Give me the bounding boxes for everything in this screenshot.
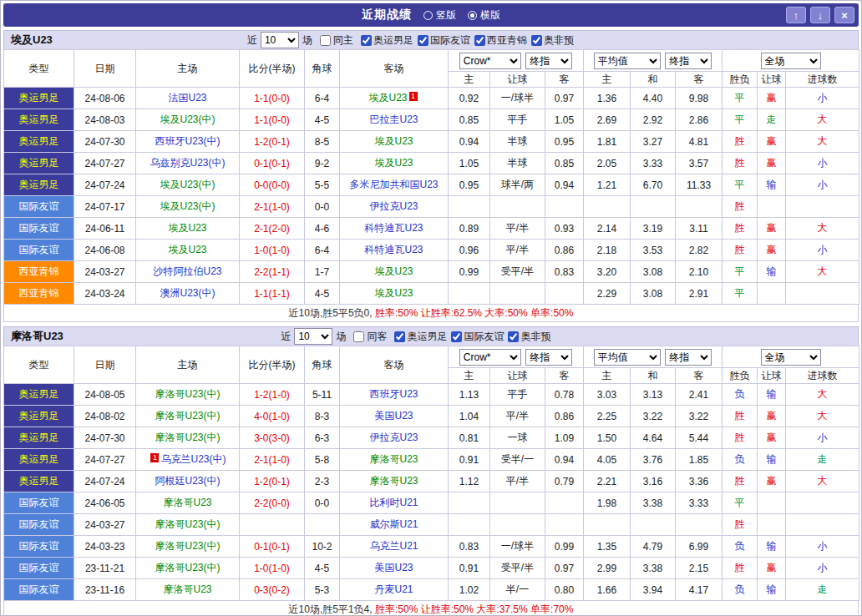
league-filter-checkbox-input[interactable] [418,35,428,46]
layout-vertical-radio[interactable]: 竖版 [423,8,456,23]
league-type-cell: 奥运男足 [4,88,74,109]
league-filter-checkbox[interactable]: 奥非预 [508,330,550,344]
away-team-cell: 巴拉圭U23 [340,109,449,131]
home-team-cell: 摩洛哥U23(中) [136,427,240,449]
corner-cell: 6-4 [305,240,340,261]
home-team-cell: 摩洛哥U23(中) [136,558,240,579]
league-type-cell: 奥运男足 [4,427,74,449]
odds-home-cell: 0.95 [449,174,490,196]
avg-index-select[interactable]: 终指 [665,349,712,366]
move-down-button[interactable]: ↓ [810,7,830,23]
rank-badge: 1 [409,92,418,101]
same-venue-checkbox[interactable]: 同主 [320,33,354,48]
corner-cell: 4-5 [305,109,340,131]
league-filter-checkbox[interactable]: 国际友谊 [451,330,504,344]
handicap-result-cell: 输 [758,579,786,601]
odds-home-cell: 0.83 [449,536,490,558]
avg-home-cell: 1.98 [584,492,631,514]
odds-away-cell: 0.86 [545,406,584,427]
league-filter-checkbox-input[interactable] [474,35,485,46]
col-score: 比分(半场) [240,346,305,384]
score-cell: 2-1(1-0) [240,449,305,471]
titlebar: 近期战绩 竖版 横版 ↑ ↓ × [3,3,859,27]
fulltime-select[interactable]: 全场 [761,53,821,69]
league-filter-checkbox-input[interactable] [451,331,462,342]
avg-draw-cell: 3.08 [631,261,676,283]
league-filter-checkbox[interactable]: 奥运男足 [394,330,447,344]
avg-away-cell: 2.15 [676,558,723,579]
avg-draw-cell: 4.79 [631,536,676,558]
goals-result-cell: 大 [786,471,859,492]
league-filter-checkbox[interactable]: 奥非预 [531,33,574,48]
league-filter-label: 奥非预 [520,330,550,344]
move-up-button[interactable]: ↑ [786,7,806,23]
avg-home-cell: 2.29 [584,283,631,305]
recent-count-select[interactable]: 10 [294,328,332,345]
goals-result-cell: 小 [786,88,859,109]
date-cell: 24-03-23 [74,536,136,558]
avg-home-cell: 3.20 [584,261,631,283]
match-row: 奥运男足24-07-271乌克兰U23(中)2-1(1-0)5-8摩洛哥U230… [4,449,859,471]
same-venue-checkbox-input[interactable] [320,35,331,46]
odds-source-select[interactable]: Crow* [459,349,521,366]
corner-cell: 9-2 [305,153,340,174]
fulltime-select[interactable]: 全场 [761,349,821,366]
recent-count-select[interactable]: 10 [261,32,299,48]
handicap-result-cell: 输 [758,536,786,558]
same-venue-checkbox[interactable]: 同客 [353,330,388,344]
same-venue-checkbox-input[interactable] [353,331,364,342]
col-odds-away: 客 [545,368,584,384]
corner-cell: 5-11 [305,384,340,406]
league-type-cell: 国际友谊 [4,536,74,558]
titlebar-buttons: ↑ ↓ × [786,7,854,23]
score-cell: 0-0(0-0) [240,174,305,196]
result-cell: 胜 [723,196,758,218]
goals-result-cell: 小 [786,536,859,558]
avg-away-cell: 3.22 [676,406,723,427]
odds-index-select[interactable]: 终指 [525,53,572,69]
odds-away-cell: 1.05 [545,109,584,131]
score-cell: 0-3(0-2) [240,579,305,601]
odds-away-cell: 0.80 [545,579,584,601]
league-filter-checkbox[interactable]: 西亚青锦 [474,33,527,48]
league-filter-checkbox-input[interactable] [394,331,405,342]
home-team-cell: 乌兹别克U23(中) [136,153,240,174]
avg-source-select[interactable]: 平均值 [594,53,661,69]
avg-home-cell: 2.99 [584,558,631,579]
league-filter-checkbox[interactable]: 国际友谊 [418,33,470,48]
match-row: 国际友谊24-06-08埃及U231-0(1-0)6-4科特迪瓦U230.96平… [4,240,859,261]
away-team-cell: 威尔斯U21 [340,514,449,536]
match-row: 奥运男足24-07-24阿根廷U23(中)1-2(0-1)2-3摩洛哥U231.… [4,471,859,492]
odds-away-cell: 0.97 [545,558,584,579]
result-cell: 胜 [723,427,758,449]
corner-cell: 5-8 [305,449,340,471]
avg-home-cell: 1.35 [584,536,631,558]
home-team-cell: 摩洛哥U23 [136,579,240,601]
avg-away-cell: 11.33 [676,174,723,196]
layout-horizontal-radio[interactable]: 横版 [468,8,500,23]
score-cell: 1-2(1-0) [240,384,305,406]
close-button[interactable]: × [834,7,854,23]
result-cell: 负 [723,579,758,601]
league-type-cell: 奥运男足 [4,153,74,174]
odds-source-select[interactable]: Crow* [459,53,521,69]
handicap-result-cell: 输 [758,174,786,196]
result-cell: 胜 [723,218,758,240]
avg-source-select[interactable]: 平均值 [594,349,661,366]
odds-away-cell [545,196,584,218]
league-filter-label: 奥非预 [544,33,574,48]
avg-index-select[interactable]: 终指 [665,53,712,69]
home-team-cell: 法国U23 [136,88,240,109]
avg-away-cell: 6.99 [676,536,723,558]
odds-index-select[interactable]: 终指 [525,349,572,366]
odds-away-cell: 0.78 [545,384,584,406]
goals-result-cell: 大 [786,218,859,240]
league-filter-checkbox[interactable]: 奥运男足 [361,33,413,48]
league-filter-checkbox-input[interactable] [508,331,519,342]
same-venue-label: 同客 [367,330,387,344]
league-filter-checkbox-input[interactable] [531,35,542,46]
result-cell: 平 [723,109,758,131]
league-filter-checkbox-input[interactable] [361,35,372,46]
result-cell: 平 [723,283,758,305]
away-team-cell: 摩洛哥U23 [340,471,449,492]
